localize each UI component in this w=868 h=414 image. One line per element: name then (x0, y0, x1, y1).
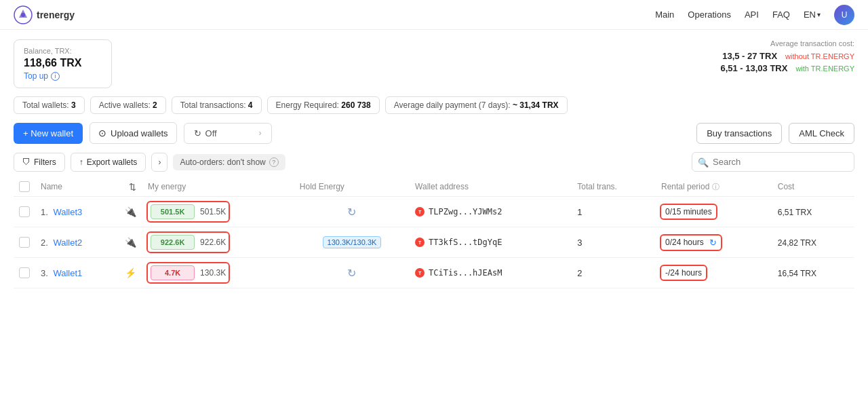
wallet-table: Name ⇅ My energy Hold Energy Wallet addr… (14, 177, 854, 288)
upload-wallets-button[interactable]: ⊙ Upload wallets (90, 122, 177, 144)
top-section: Balance, TRX: 118,66 TRX Top up i Averag… (14, 39, 854, 88)
avatar[interactable]: U (834, 5, 854, 25)
address-text: TT3kfS...tDgYqE (429, 238, 502, 247)
cost-value: 16,54 TRX (778, 269, 816, 278)
cost-row-2: 6,51 - 13,03 TRX with TR.ENERGY (720, 63, 854, 73)
avg-cost-panel: Average transaction cost: 13,5 - 27 TRX … (720, 39, 854, 73)
col-cost: Cost (772, 177, 854, 197)
col-hold-energy: Hold Energy (294, 177, 410, 197)
new-wallet-button[interactable]: + New wallet (14, 123, 83, 144)
header-nav: Main Operations API FAQ EN ▾ U (655, 5, 854, 25)
cost-row2-value: 6,51 - 13,03 TRX (720, 63, 787, 73)
upload-label: Upload wallets (111, 128, 168, 138)
logo-icon (14, 5, 33, 24)
stat-energy: Energy Required: 260 738 (267, 96, 380, 114)
rental-refresh-icon[interactable]: ↻ (709, 238, 717, 248)
chevron-expand-button[interactable]: › (151, 153, 167, 172)
top-up-link[interactable]: Top up i (24, 71, 102, 81)
chevron-down-icon: ▾ (817, 11, 821, 18)
wallet-name[interactable]: Wallet3 (53, 207, 82, 217)
row-checkbox[interactable] (19, 267, 30, 278)
chevron-right-icon: › (259, 128, 262, 138)
energy-cell: 501.5K 501.5K (148, 202, 229, 221)
total-trans: 3 (577, 238, 582, 248)
stat-val-4: ~ 31,34 TRX (513, 100, 559, 110)
col-sort[interactable]: ⇅ (122, 177, 142, 197)
stat-label-0: Total wallets: (22, 100, 69, 110)
nav-operations[interactable]: Operations (688, 10, 731, 20)
filters-button[interactable]: ⛉ Filters (14, 153, 65, 172)
stat-total-trans: Total transactions: 4 (172, 96, 262, 114)
aml-check-button[interactable]: AML Check (789, 123, 854, 144)
nav-api[interactable]: API (745, 10, 759, 20)
stat-label-2: Total transactions: (180, 100, 246, 110)
row-checkbox[interactable] (19, 237, 30, 248)
stat-val-1: 2 (153, 100, 157, 110)
rental-period-value: 0/15 minutes (665, 207, 712, 217)
export-label: Export wallets (87, 157, 138, 167)
col-my-energy: My energy (142, 177, 294, 197)
balance-value: 118,66 TRX (24, 57, 102, 69)
stat-val-3: 260 738 (341, 100, 370, 110)
rental-period-value: 0/24 hours (665, 238, 704, 247)
autoorder-button[interactable]: ↻ Off › (184, 123, 272, 144)
with-badge: with TR.ENERGY (795, 64, 854, 73)
rental-period-cell: 0/15 minutes (661, 205, 716, 219)
hold-energy-icon[interactable]: ↻ (300, 267, 404, 280)
energy-bar: 4.7K (151, 265, 195, 280)
search-input[interactable] (692, 152, 854, 172)
wallet-index: 3. (41, 268, 48, 278)
energy-cell: 4.7K 130.3K (148, 263, 229, 282)
header: trenergy Main Operations API FAQ EN ▾ U (0, 0, 868, 30)
stat-label-4: Average daily payment (7 days): (394, 100, 511, 110)
logo: trenergy (14, 5, 75, 24)
balance-label: Balance, TRX: (24, 47, 102, 55)
lang-label: EN (804, 10, 816, 20)
filters-label: Filters (34, 157, 56, 167)
energy-total: 501.5K (200, 207, 226, 217)
auto-orders-label: Auto-orders: don't show (180, 157, 265, 167)
total-trans: 2 (577, 268, 582, 278)
energy-bar: 501.5K (151, 204, 195, 219)
stat-daily-payment: Average daily payment (7 days): ~ 31,34 … (385, 96, 568, 114)
export-wallets-button[interactable]: ↑ Export wallets (71, 153, 146, 172)
wallet-address: T TCiTis...hJEAsM (415, 268, 566, 278)
sort-arrows-icon: ⇅ (129, 182, 136, 192)
plug-icon: 🔌 (125, 206, 136, 217)
autoorder-label: Off (205, 128, 217, 138)
rental-period-cell: -/24 hours (661, 266, 706, 280)
refresh-icon: ↻ (194, 128, 201, 138)
wallet-index: 2. (41, 238, 48, 248)
stat-active-wallets: Active wallets: 2 (90, 96, 166, 114)
lang-selector[interactable]: EN ▾ (804, 10, 821, 20)
rental-period-cell: 0/24 hours ↻ (661, 236, 721, 250)
tron-dot: T (415, 268, 425, 278)
rental-info-icon: ⓘ (712, 183, 719, 191)
nav-faq[interactable]: FAQ (772, 10, 790, 20)
export-icon: ↑ (79, 157, 83, 167)
hold-energy-icon[interactable]: ↻ (300, 206, 404, 219)
rental-period-value: -/24 hours (665, 268, 702, 278)
table-row: 3. Wallet1 ⚡ 4.7K 130.3K ↻ T TCiTis...hJ… (14, 258, 854, 288)
col-rental-period: Rental period ⓘ (656, 177, 772, 197)
wallet-name[interactable]: Wallet2 (53, 238, 82, 248)
table-row: 1. Wallet3 🔌 501.5K 501.5K ↻ T TLPZwg...… (14, 197, 854, 227)
energy-bar: 922.6K (151, 235, 195, 250)
energy-total: 922.6K (200, 238, 226, 247)
brand-name: trenergy (37, 10, 75, 20)
stat-label-3: Energy Required: (276, 100, 339, 110)
wallet-address: T TT3kfS...tDgYqE (415, 238, 566, 247)
buy-transactions-button[interactable]: Buy transactions (696, 123, 782, 144)
balance-card: Balance, TRX: 118,66 TRX Top up i (14, 39, 112, 88)
nav-main[interactable]: Main (655, 10, 674, 20)
auto-orders-tag: Auto-orders: don't show ? (173, 154, 285, 170)
wallet-name[interactable]: Wallet1 (53, 268, 82, 278)
plug-off-icon: ⚡ (125, 267, 136, 278)
avg-cost-title: Average transaction cost: (720, 39, 854, 48)
col-name: Name (35, 177, 122, 197)
row-checkbox[interactable] (19, 206, 30, 217)
stats-bar: Total wallets: 3 Active wallets: 2 Total… (14, 96, 854, 114)
select-all-checkbox[interactable] (19, 181, 30, 192)
search-icon: 🔍 (698, 157, 709, 167)
without-badge: without TR.ENERGY (785, 52, 854, 60)
